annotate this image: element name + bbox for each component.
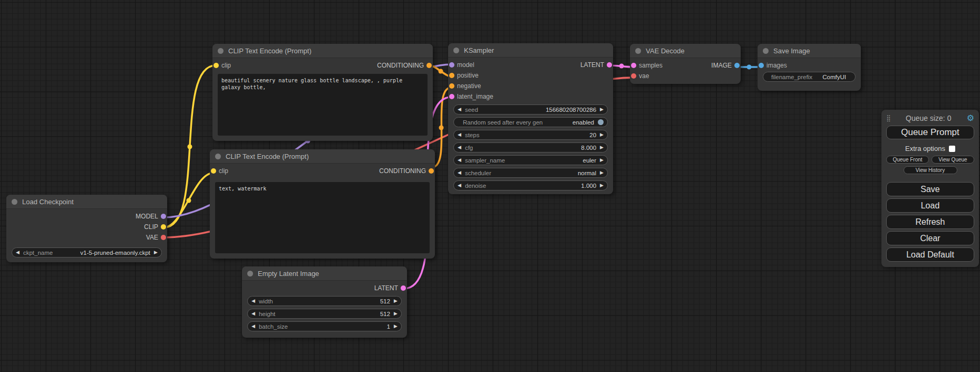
- latent-output-port[interactable]: [401, 285, 406, 291]
- increment-arrow-icon[interactable]: ▶: [154, 250, 158, 255]
- input-label: positive: [457, 72, 479, 79]
- refresh-button[interactable]: Refresh: [886, 215, 974, 229]
- clip-input-port[interactable]: [211, 168, 216, 174]
- collapse-dot-icon[interactable]: [635, 48, 641, 54]
- widget-label: seed: [465, 107, 478, 113]
- denoise-widget[interactable]: ◀ denoise 1.000 ▶: [453, 180, 608, 190]
- increment-arrow-icon[interactable]: ▶: [600, 107, 604, 112]
- collapse-dot-icon[interactable]: [12, 199, 17, 205]
- decrement-arrow-icon[interactable]: ◀: [251, 311, 255, 316]
- link-midpoint-dot: [439, 69, 443, 74]
- images-input-port[interactable]: [759, 63, 764, 68]
- sampler-name-widget[interactable]: ◀ sampler_name euler ▶: [453, 155, 608, 165]
- model-output-port[interactable]: [161, 214, 166, 219]
- collapse-dot-icon[interactable]: [215, 154, 221, 159]
- collapse-dot-icon[interactable]: [218, 48, 224, 54]
- save-button[interactable]: Save: [886, 182, 974, 196]
- positive-prompt-textarea[interactable]: beautiful scenery nature glass bottle la…: [218, 74, 428, 136]
- filename-prefix-widget[interactable]: filename_prefix ComfyUI: [763, 72, 856, 82]
- collapse-dot-icon[interactable]: [247, 271, 253, 276]
- extra-options-checkbox[interactable]: [949, 146, 955, 152]
- samples-input-port[interactable]: [631, 63, 636, 68]
- width-widget[interactable]: ◀ width 512 ▶: [247, 296, 402, 306]
- collapse-dot-icon[interactable]: [763, 48, 769, 54]
- node-titlebar[interactable]: VAE Decode: [630, 44, 741, 58]
- view-history-button[interactable]: View History: [904, 166, 957, 174]
- settings-gear-icon[interactable]: ⚙: [967, 114, 974, 122]
- increment-arrow-icon[interactable]: ▶: [600, 145, 604, 150]
- node-titlebar[interactable]: CLIP Text Encode (Prompt): [212, 44, 433, 58]
- queue-prompt-button[interactable]: Queue Prompt: [886, 126, 974, 139]
- decrement-arrow-icon[interactable]: ◀: [16, 250, 20, 255]
- node-titlebar[interactable]: Load Checkpoint: [6, 195, 167, 209]
- decrement-arrow-icon[interactable]: ◀: [458, 145, 461, 150]
- toggle-enabled-icon[interactable]: [598, 119, 604, 125]
- queue-panel-header: ⣿ Queue size: 0 ⚙: [886, 113, 974, 123]
- output-label: LATENT: [374, 284, 398, 292]
- cfg-widget[interactable]: ◀ cfg 8.000 ▶: [453, 142, 608, 152]
- decrement-arrow-icon[interactable]: ◀: [458, 132, 461, 137]
- input-label: images: [766, 62, 787, 69]
- increment-arrow-icon[interactable]: ▶: [600, 170, 604, 175]
- node-save-image[interactable]: Save Image images filename_prefix ComfyU…: [758, 44, 861, 91]
- widget-label: steps: [465, 132, 480, 138]
- clear-button[interactable]: Clear: [886, 231, 974, 245]
- decrement-arrow-icon[interactable]: ◀: [458, 158, 461, 163]
- decrement-arrow-icon[interactable]: ◀: [251, 324, 255, 329]
- latent-output-port[interactable]: [607, 62, 612, 68]
- conditioning-output-port[interactable]: [429, 168, 434, 174]
- random-seed-toggle-widget[interactable]: Random seed after every gen enabled: [453, 117, 608, 127]
- node-vae-decode[interactable]: VAE Decode samples IMAGE vae: [630, 44, 741, 84]
- batch-size-widget[interactable]: ◀ batch_size 1 ▶: [247, 321, 402, 331]
- node-empty-latent-image[interactable]: Empty Latent Image LATENT ◀ width 512 ▶ …: [242, 266, 407, 338]
- vae-output-port[interactable]: [161, 235, 166, 240]
- node-load-checkpoint[interactable]: Load Checkpoint MODEL CLIP VAE ◀ ckpt_na…: [6, 195, 167, 262]
- clip-input-port[interactable]: [214, 63, 219, 68]
- image-output-port[interactable]: [734, 63, 740, 68]
- decrement-arrow-icon[interactable]: ◀: [458, 107, 461, 112]
- drag-handle-icon[interactable]: ⣿: [886, 115, 890, 122]
- queue-front-button[interactable]: Queue Front: [886, 156, 929, 164]
- output-row-clip: CLIP: [6, 222, 167, 232]
- increment-arrow-icon[interactable]: ▶: [600, 183, 604, 188]
- seed-widget[interactable]: ◀ seed 156680208700286 ▶: [453, 104, 608, 115]
- node-clip-text-encode-negative[interactable]: CLIP Text Encode (Prompt) clip CONDITION…: [210, 149, 435, 259]
- widget-value: normal: [578, 170, 596, 176]
- increment-arrow-icon[interactable]: ▶: [600, 158, 604, 163]
- latent-image-input-port[interactable]: [449, 94, 454, 99]
- collapse-dot-icon[interactable]: [453, 47, 459, 53]
- node-title: CLIP Text Encode (Prompt): [226, 152, 309, 160]
- increment-arrow-icon[interactable]: ▶: [600, 132, 604, 137]
- vae-input-port[interactable]: [631, 73, 636, 79]
- decrement-arrow-icon[interactable]: ◀: [458, 170, 461, 175]
- positive-input-port[interactable]: [449, 73, 454, 78]
- increment-arrow-icon[interactable]: ▶: [394, 324, 397, 329]
- conditioning-output-port[interactable]: [426, 63, 432, 68]
- decrement-arrow-icon[interactable]: ◀: [251, 299, 255, 303]
- increment-arrow-icon[interactable]: ▶: [394, 299, 397, 303]
- scheduler-widget[interactable]: ◀ scheduler normal ▶: [453, 168, 608, 178]
- clip-output-port[interactable]: [161, 224, 166, 230]
- node-titlebar[interactable]: CLIP Text Encode (Prompt): [210, 149, 435, 164]
- height-widget[interactable]: ◀ height 512 ▶: [247, 309, 402, 319]
- decrement-arrow-icon[interactable]: ◀: [458, 183, 461, 188]
- view-queue-button[interactable]: View Queue: [932, 156, 974, 164]
- graph-canvas[interactable]: { "nodes": { "load_checkpoint": { "title…: [0, 0, 980, 372]
- node-titlebar[interactable]: Save Image: [758, 44, 861, 58]
- node-titlebar[interactable]: Empty Latent Image: [242, 266, 407, 281]
- link-midpoint-dot: [439, 126, 444, 130]
- port-row: clip CONDITIONING: [210, 166, 435, 176]
- increment-arrow-icon[interactable]: ▶: [394, 311, 397, 316]
- port-row: vae: [630, 71, 741, 81]
- load-button[interactable]: Load: [886, 198, 974, 213]
- negative-prompt-textarea[interactable]: text, watermark: [215, 182, 430, 253]
- model-input-port[interactable]: [449, 62, 454, 68]
- negative-input-port[interactable]: [449, 83, 454, 89]
- node-ksampler[interactable]: KSampler model LATENT positive negative …: [448, 43, 613, 194]
- ckpt-name-widget[interactable]: ◀ ckpt_name v1-5-pruned-emaonly.ckpt ▶: [12, 247, 162, 257]
- node-titlebar[interactable]: KSampler: [448, 43, 613, 58]
- steps-widget[interactable]: ◀ steps 20 ▶: [453, 130, 608, 140]
- load-default-button[interactable]: Load Default: [886, 247, 974, 262]
- node-clip-text-encode-positive[interactable]: CLIP Text Encode (Prompt) clip CONDITION…: [212, 44, 433, 141]
- port-row: clip CONDITIONING: [212, 60, 433, 71]
